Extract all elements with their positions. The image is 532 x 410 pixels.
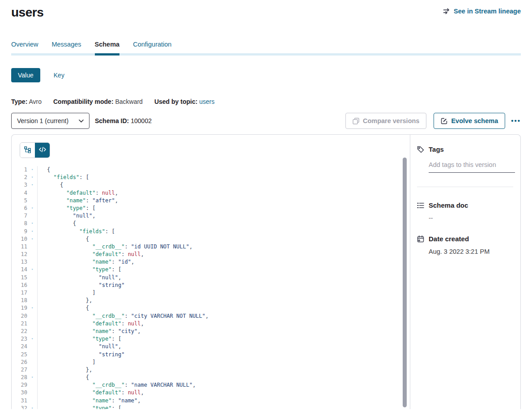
- schema-page: users See in Stream lineage Overview Mes…: [0, 0, 532, 409]
- line-number: 13: [12, 258, 27, 266]
- value-toggle-button[interactable]: Value: [11, 68, 40, 82]
- schema-doc-section: Schema doc --: [417, 201, 513, 222]
- tab-schema[interactable]: Schema: [95, 41, 120, 53]
- tag-icon: [417, 146, 424, 153]
- code-view-button[interactable]: [35, 143, 50, 158]
- fold-toggle-icon: [27, 297, 37, 304]
- compare-icon: [353, 118, 359, 124]
- fold-toggle-icon[interactable]: ▾: [27, 235, 37, 243]
- edit-icon: [441, 118, 447, 124]
- fold-toggle-icon: [27, 243, 37, 251]
- line-number: 25: [12, 351, 27, 359]
- code-line: 25 "string": [12, 351, 410, 359]
- code-line: 1▾{: [12, 166, 410, 174]
- code-line: 9▾ "fields": [: [12, 228, 410, 235]
- fold-toggle-icon[interactable]: ▾: [27, 405, 37, 409]
- line-number: 24: [12, 343, 27, 350]
- schema-card: 1▾{2▾ "fields": [3▾ {4 "default": null,5…: [11, 134, 521, 409]
- code-line: 10▾ {: [12, 235, 410, 243]
- sidebar-divider: [417, 187, 513, 187]
- line-number: 19: [12, 304, 27, 312]
- stream-lineage-link[interactable]: See in Stream lineage: [443, 8, 521, 15]
- line-number: 14: [12, 266, 27, 273]
- code-line: 28▾ {: [12, 374, 410, 381]
- date-created-value: Aug. 3 2022 3:21 PM: [429, 248, 513, 255]
- line-number: 21: [12, 320, 27, 328]
- code-line: 29 "__crdb__": "name VARCHAR NULL",: [12, 381, 410, 389]
- fold-toggle-icon: [27, 258, 37, 266]
- code-line: 31 "name": "name",: [12, 397, 410, 405]
- code-line: 8▾ {: [12, 220, 410, 227]
- fold-toggle-icon: [27, 197, 37, 205]
- schema-type: Type: Avro: [11, 98, 42, 105]
- list-icon: [417, 202, 424, 209]
- code-line: 12 "default": null,: [12, 251, 410, 258]
- code-line: 23▾ "type": [: [12, 335, 410, 343]
- key-toggle-button[interactable]: Key: [51, 71, 67, 79]
- code-view-icon: [39, 147, 46, 154]
- fold-toggle-icon[interactable]: ▾: [27, 205, 37, 212]
- tree-view-button[interactable]: [20, 143, 35, 158]
- code-line: 20 "__crdb__": "city VARCHAR NOT NULL",: [12, 312, 410, 320]
- line-number: 31: [12, 397, 27, 405]
- fold-toggle-icon[interactable]: ▾: [27, 220, 37, 227]
- line-number: 1: [12, 166, 27, 174]
- line-number: 28: [12, 374, 27, 381]
- more-actions-button[interactable]: •••: [511, 113, 521, 129]
- line-number: 15: [12, 274, 27, 282]
- line-number: 22: [12, 328, 27, 335]
- code-line: 17 ]: [12, 289, 410, 297]
- fold-toggle-icon[interactable]: ▾: [27, 374, 37, 381]
- fold-toggle-icon[interactable]: ▾: [27, 174, 37, 181]
- page-title: users: [11, 5, 43, 20]
- fold-toggle-icon: [27, 251, 37, 258]
- line-number: 9: [12, 228, 27, 235]
- version-select[interactable]: Version 1 (current): [11, 113, 89, 129]
- evolve-schema-button[interactable]: Evolve schema: [434, 113, 505, 129]
- code-line: 11 "__crdb__": "id UUID NOT NULL",: [12, 243, 410, 251]
- page-header: users See in Stream lineage: [11, 0, 521, 20]
- chevron-down-icon: [79, 120, 84, 123]
- code-line: 15 "null",: [12, 274, 410, 282]
- code-line: 18 },: [12, 297, 410, 304]
- fold-toggle-icon[interactable]: ▾: [27, 228, 37, 235]
- fold-toggle-icon: [27, 359, 37, 366]
- topic-link[interactable]: users: [199, 98, 214, 105]
- code-line: 14▾ "type": [: [12, 266, 410, 273]
- add-tags-input[interactable]: [429, 161, 515, 173]
- code-line: 32▾ "type": [: [12, 405, 410, 409]
- fold-toggle-icon[interactable]: ▾: [27, 304, 37, 312]
- fold-toggle-icon[interactable]: ▾: [27, 266, 37, 273]
- code-line: 7 "null",: [12, 212, 410, 220]
- line-number: 4: [12, 189, 27, 197]
- compare-versions-button[interactable]: Compare versions: [345, 113, 427, 129]
- code-line: 5 "name": "after",: [12, 197, 410, 205]
- schema-id: Schema ID:100002: [95, 117, 152, 124]
- tab-messages[interactable]: Messages: [51, 41, 81, 53]
- code-line: 21 "default": null,: [12, 320, 410, 328]
- fold-toggle-icon: [27, 289, 37, 297]
- fold-toggle-icon: [27, 381, 37, 389]
- line-number: 30: [12, 389, 27, 397]
- code-line: 27 },: [12, 366, 410, 374]
- editor-scrollbar[interactable]: [403, 158, 407, 407]
- line-number: 17: [12, 289, 27, 297]
- line-number: 8: [12, 220, 27, 227]
- fold-toggle-icon[interactable]: ▾: [27, 335, 37, 343]
- code-line: 6▾ "type": [: [12, 205, 410, 212]
- tab-configuration[interactable]: Configuration: [133, 41, 171, 53]
- tab-overview[interactable]: Overview: [11, 41, 38, 53]
- stream-lineage-icon: [443, 8, 451, 14]
- line-number: 12: [12, 251, 27, 258]
- fold-toggle-icon: [27, 366, 37, 374]
- schema-json-code[interactable]: 1▾{2▾ "fields": [3▾ {4 "default": null,5…: [12, 166, 410, 409]
- code-line: 26 ]: [12, 359, 410, 366]
- line-number: 23: [12, 335, 27, 343]
- code-line: 24 "null",: [12, 343, 410, 350]
- fold-toggle-icon: [27, 312, 37, 320]
- line-number: 18: [12, 297, 27, 304]
- fold-toggle-icon: [27, 282, 37, 289]
- fold-toggle-icon[interactable]: ▾: [27, 181, 37, 189]
- fold-toggle-icon[interactable]: ▾: [27, 166, 37, 174]
- tab-underline-track: [11, 53, 521, 56]
